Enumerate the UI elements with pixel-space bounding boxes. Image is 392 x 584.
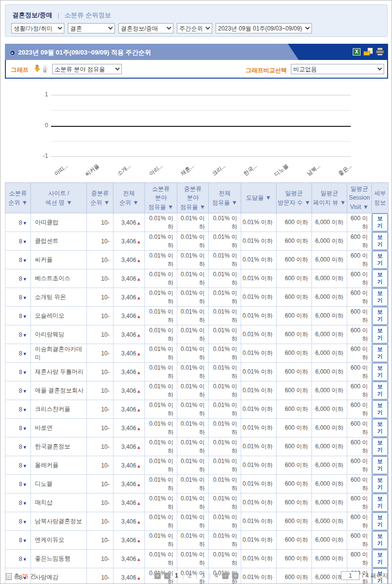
- total-count: 76: [22, 573, 28, 580]
- pagination-page-4[interactable]: 4: [214, 572, 219, 579]
- view-detail-button[interactable]: 보기: [372, 344, 388, 362]
- view-detail-button[interactable]: 보기: [372, 232, 388, 250]
- cell-sessions: 600 이하: [347, 475, 372, 494]
- cell-total-share: 0.01% 이하: [209, 288, 241, 307]
- column-header-reach[interactable]: 도달율 ▼: [241, 183, 277, 213]
- column-header-site-name[interactable]: 사이트 / 섹션 명 ▼: [31, 183, 87, 213]
- sort-ascending-arrow-icon[interactable]: [42, 65, 48, 72]
- gridline-1: [51, 110, 351, 111]
- pagination-page-2[interactable]: 2: [187, 572, 192, 579]
- cell-pageviews: 6,000 이하: [312, 344, 347, 363]
- column-header-visitors[interactable]: 일평균 방문자 수 ▼: [277, 183, 312, 213]
- cell-reach: 0.01% 이하: [241, 344, 277, 363]
- cell-visitors: 600 이하: [277, 419, 312, 438]
- cell-detail: 보기: [372, 213, 389, 232]
- view-detail-button[interactable]: 보기: [372, 531, 388, 549]
- filter-select-1[interactable]: 결혼: [68, 23, 115, 33]
- column-header-sub-rank[interactable]: 소분류 순위 ▼: [5, 183, 31, 213]
- view-detail-button[interactable]: 보기: [372, 512, 388, 530]
- view-detail-button[interactable]: 보기: [372, 288, 388, 306]
- filter-select-4[interactable]: 2023년 09월 01주(09/03~09/09): [216, 23, 312, 33]
- table-row: 8▼엔케이듀오10-3,406▲0.01% 이하0.01% 이하0.01% 이하…: [5, 531, 389, 550]
- cell-visitors: 600 이하: [277, 438, 312, 456]
- pagination-separator: |: [182, 572, 184, 579]
- view-detail-button[interactable]: 보기: [372, 381, 388, 400]
- ranking-table: 소분류 순위 ▼사이트 / 섹션 명 ▼중분류 순위 ▼전체 순위 ▼소분류 분…: [5, 182, 389, 584]
- column-header-mid-rank[interactable]: 중분류 순위 ▼: [87, 183, 113, 213]
- cell-total-rank: 3,406▲: [113, 531, 145, 550]
- cell-reach: 0.01% 이하: [241, 400, 277, 419]
- cell-pageviews: 6,000 이하: [312, 232, 347, 251]
- cell-total-rank: 3,406▲: [113, 456, 145, 475]
- cell-sessions: 600 이하: [347, 419, 372, 438]
- cell-sub-rank: 8▼: [5, 494, 31, 512]
- cell-total-rank: 3,406▲: [113, 251, 145, 269]
- rank-up-arrow: ▲: [137, 351, 141, 356]
- view-detail-button[interactable]: 보기: [372, 494, 388, 512]
- view-detail-button[interactable]: 보기: [372, 363, 388, 381]
- gridline-4: [51, 156, 351, 157]
- cell-total-share: 0.01% 이하: [209, 475, 241, 494]
- cell-mid-share: 0.01% 이하: [177, 475, 209, 494]
- pagination-first-button[interactable]: «: [154, 573, 161, 579]
- rank-down-arrow: ▼: [23, 351, 27, 356]
- table-row: 8▼애플 결혼정보회사10-3,406▲0.01% 이하0.01% 이하0.01…: [5, 381, 389, 400]
- page-input[interactable]: [341, 571, 360, 580]
- gridline-2: [51, 126, 351, 127]
- view-detail-button[interactable]: 보기: [372, 456, 388, 474]
- print-icon[interactable]: [376, 48, 384, 56]
- cell-detail: 보기: [372, 307, 389, 325]
- cell-total-share: 0.01% 이하: [209, 325, 241, 344]
- mail-export-icon[interactable]: [364, 48, 373, 56]
- cell-site-name: 크리스챤커플: [31, 400, 87, 419]
- graph-metric-select[interactable]: 소분류 분야 점유율: [52, 64, 122, 74]
- cell-visitors: 600 이하: [277, 288, 312, 307]
- column-header-mid-share[interactable]: 중분류 분야 점유율 ▼: [177, 183, 209, 213]
- view-detail-button[interactable]: 보기: [372, 213, 388, 232]
- view-detail-button[interactable]: 보기: [372, 325, 388, 344]
- graph-compare-select[interactable]: 비교없음: [291, 64, 384, 74]
- pagination-page-3[interactable]: 3: [201, 572, 206, 579]
- column-header-sessions[interactable]: 일평균 Session Visit ▼: [347, 183, 372, 213]
- excel-export-icon[interactable]: [353, 48, 361, 56]
- cell-total-rank: 3,406▲: [113, 363, 145, 381]
- cell-mid-share: 0.01% 이하: [177, 213, 209, 232]
- rank-up-arrow: ▲: [137, 258, 141, 263]
- rank-down-arrow: ▼: [23, 482, 27, 487]
- panel-title: 2023년 09월 01주(09/03~09/09) 적용 주간순위: [10, 48, 151, 57]
- view-detail-button[interactable]: 보기: [372, 438, 388, 456]
- cell-total-share: 0.01% 이하: [209, 344, 241, 363]
- view-detail-button[interactable]: 보기: [372, 419, 388, 437]
- cell-reach: 0.01% 이하: [241, 419, 277, 438]
- pagination-last-button[interactable]: »: [232, 573, 239, 579]
- pagination-next-button[interactable]: ›: [223, 573, 229, 579]
- view-detail-button[interactable]: 보기: [372, 251, 388, 269]
- cell-mid-share: 0.01% 이하: [177, 232, 209, 251]
- cell-sessions: 600 이하: [347, 325, 372, 344]
- filter-select-0[interactable]: 생활/가정/취미: [11, 23, 64, 33]
- cell-sub-share: 0.01% 이하: [145, 363, 177, 381]
- cell-sub-rank: 8▼: [5, 400, 31, 419]
- filter-select-3[interactable]: 주간순위: [177, 23, 212, 33]
- rank-up-arrow: ▲: [137, 426, 141, 431]
- view-detail-button[interactable]: 보기: [372, 307, 388, 325]
- view-detail-button[interactable]: 보기: [372, 475, 388, 493]
- view-detail-button[interactable]: 보기: [372, 550, 388, 568]
- column-header-total-share[interactable]: 전체 점유율 ▼: [209, 183, 241, 213]
- cell-visitors: 600 이하: [277, 494, 312, 512]
- total-prefix: 총: [14, 572, 20, 581]
- column-header-sub-share[interactable]: 소분류 분야 점유율 ▼: [145, 183, 177, 213]
- cell-detail: 보기: [372, 456, 389, 475]
- rank-up-arrow: ▲: [137, 333, 141, 338]
- cell-reach: 0.01% 이하: [241, 251, 277, 269]
- column-header-total-rank[interactable]: 전체 순위 ▼: [113, 183, 145, 213]
- cell-detail: 보기: [372, 512, 389, 531]
- column-header-pageviews[interactable]: 일평균 페이지 뷰 ▼: [312, 183, 347, 213]
- view-detail-button[interactable]: 보기: [372, 269, 388, 288]
- panel-title-text: 2023년 09월 01주(09/03~09/09) 적용 주간순위: [18, 48, 151, 57]
- pagination-page-1[interactable]: 1: [174, 572, 179, 579]
- sort-descending-arrow-icon[interactable]: [34, 65, 40, 72]
- pagination-prev-button[interactable]: ‹: [164, 573, 170, 579]
- view-detail-button[interactable]: 보기: [372, 400, 388, 418]
- filter-select-2[interactable]: 결혼정보/중매: [118, 23, 173, 33]
